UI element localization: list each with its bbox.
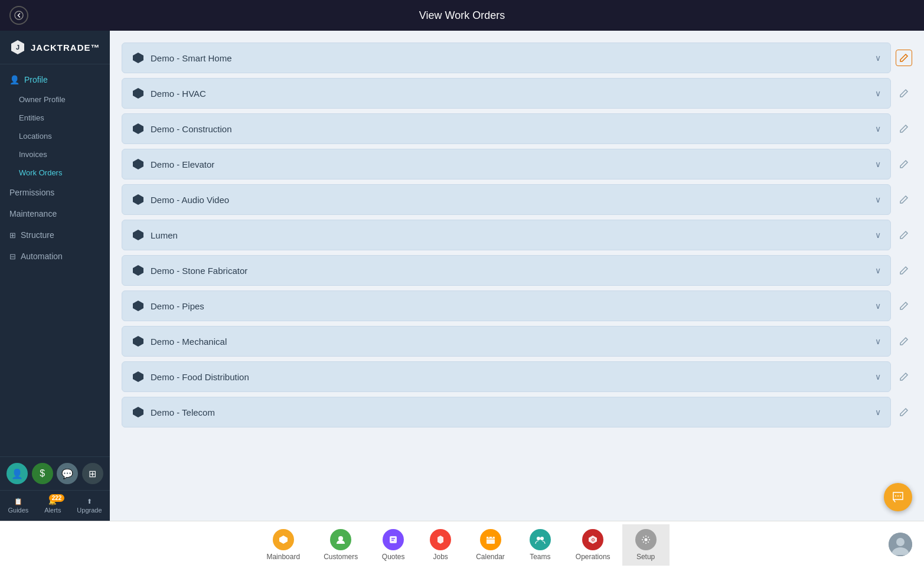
automation-icon: ⊟ xyxy=(9,252,16,261)
edit-button-5[interactable] xyxy=(896,191,912,208)
profile-icon-dollar[interactable]: $ xyxy=(32,463,53,484)
nav-setup[interactable]: Setup xyxy=(622,524,670,566)
work-order-name: Demo - Smart Home xyxy=(151,53,232,63)
sidebar-profile-row: 👤 $ 💬 ⊞ xyxy=(0,456,110,490)
work-order-name: Demo - Stone Fabricator xyxy=(151,266,247,276)
work-order-item-11[interactable]: Demo - Telecom ∨ xyxy=(122,397,891,427)
nav-label: Customers xyxy=(324,553,358,561)
pencil-icon xyxy=(899,124,909,133)
pencil-icon xyxy=(899,372,909,381)
chevron-down-icon: ∨ xyxy=(875,301,881,311)
work-order-item-5[interactable]: Demo - Audio Video ∨ xyxy=(122,184,891,215)
profile-icon-grid[interactable]: ⊞ xyxy=(82,463,103,484)
work-order-name: Demo - HVAC xyxy=(151,89,206,99)
svg-marker-7 xyxy=(133,194,143,205)
sidebar-item-locations[interactable]: Locations xyxy=(0,127,110,145)
content-area: Demo - Smart Home ∨ De xyxy=(110,31,924,521)
chevron-down-icon: ∨ xyxy=(875,407,881,417)
upgrade-button[interactable]: ⬆ Upgrade xyxy=(77,498,102,514)
chevron-down-icon: ∨ xyxy=(875,159,881,169)
table-row: Demo - Construction ∨ xyxy=(122,113,912,144)
sidebar-item-label: Profile xyxy=(24,75,48,84)
work-order-item-8[interactable]: Demo - Pipes ∨ xyxy=(122,290,891,321)
work-order-item-4[interactable]: Demo - Elevator ∨ xyxy=(122,149,891,179)
svg-point-22 xyxy=(540,537,544,540)
edit-button-10[interactable] xyxy=(896,368,912,385)
work-order-item-10[interactable]: Demo - Food Distribution ∨ xyxy=(122,361,891,392)
table-row: Demo - Mechanical ∨ xyxy=(122,326,912,357)
logo-icon: J xyxy=(9,39,26,56)
nav-jobs[interactable]: Jobs xyxy=(417,524,464,566)
edit-button-4[interactable] xyxy=(896,156,912,172)
guides-label: Guides xyxy=(8,507,28,514)
work-order-item-9[interactable]: Demo - Mechanical ∨ xyxy=(122,326,891,357)
nav-teams[interactable]: Teams xyxy=(517,524,564,566)
table-row: Demo - Pipes ∨ xyxy=(122,290,912,321)
user-avatar[interactable] xyxy=(889,533,912,556)
svg-point-15 xyxy=(338,536,343,541)
sidebar-item-structure[interactable]: ⊞ Structure xyxy=(0,224,110,246)
edit-button-6[interactable] xyxy=(896,227,912,243)
sidebar-item-profile[interactable]: 👤 Profile xyxy=(0,69,110,90)
sidebar-item-invoices[interactable]: Invoices xyxy=(0,145,110,164)
svg-point-25 xyxy=(644,538,647,541)
profile-icon-user[interactable]: 👤 xyxy=(6,463,28,484)
work-order-item-6[interactable]: Lumen ∨ xyxy=(122,220,891,250)
logo-text: JACKTRADE™ xyxy=(31,43,100,53)
sidebar-item-automation[interactable]: ⊟ Automation xyxy=(0,246,110,267)
bottom-nav-items: Mainboard Customers Quotes Jobs Calendar xyxy=(254,524,669,566)
hex-icon xyxy=(132,370,145,383)
chevron-down-icon: ∨ xyxy=(875,53,881,63)
nav-quotes[interactable]: Quotes xyxy=(370,524,417,566)
edit-button-9[interactable] xyxy=(896,333,912,350)
work-order-item-3[interactable]: Demo - Construction ∨ xyxy=(122,113,891,144)
pencil-icon xyxy=(899,230,909,240)
sidebar-item-owner-profile[interactable]: Owner Profile xyxy=(0,90,110,109)
edit-button-1[interactable] xyxy=(896,50,912,66)
operations-icon: ⚙ xyxy=(582,529,603,550)
svg-point-21 xyxy=(537,537,540,540)
chevron-down-icon: ∨ xyxy=(875,337,881,346)
quotes-icon xyxy=(383,529,404,550)
nav-customers[interactable]: Customers xyxy=(312,524,370,566)
upgrade-icon: ⬆ xyxy=(87,498,92,505)
fab-chat-button[interactable] xyxy=(884,483,912,511)
back-button[interactable] xyxy=(9,6,28,25)
sidebar-item-entities[interactable]: Entities xyxy=(0,109,110,127)
table-row: Demo - Elevator ∨ xyxy=(122,149,912,179)
nav-calendar[interactable]: Calendar xyxy=(464,524,517,566)
sidebar-item-work-orders[interactable]: Work Orders xyxy=(0,164,110,182)
edit-button-7[interactable] xyxy=(896,262,912,279)
work-order-name: Lumen xyxy=(151,230,178,240)
work-order-name: Demo - Audio Video xyxy=(151,195,229,205)
work-order-item-7[interactable]: Demo - Stone Fabricator ∨ xyxy=(122,255,891,286)
nav-label: Quotes xyxy=(382,553,405,561)
work-order-item-1[interactable]: Demo - Smart Home ∨ xyxy=(122,43,891,73)
work-order-name: Demo - Elevator xyxy=(151,159,214,169)
sidebar-item-permissions[interactable]: Permissions xyxy=(0,182,110,203)
svg-text:J: J xyxy=(16,44,19,51)
edit-button-8[interactable] xyxy=(896,298,912,314)
sidebar-sub-label: Owner Profile xyxy=(19,95,66,104)
edit-button-2[interactable] xyxy=(896,85,912,102)
profile-icon-chat[interactable]: 💬 xyxy=(57,463,78,484)
edit-button-11[interactable] xyxy=(896,404,912,420)
jobs-icon xyxy=(430,529,451,550)
work-order-item-2[interactable]: Demo - HVAC ∨ xyxy=(122,78,891,109)
sidebar-nav: 👤 Profile Owner Profile Entities Locatio… xyxy=(0,64,110,456)
hex-icon xyxy=(132,264,145,277)
sidebar-item-maintenance[interactable]: Maintenance xyxy=(0,203,110,224)
table-row: Demo - Telecom ∨ xyxy=(122,397,912,427)
nav-operations[interactable]: ⚙ Operations xyxy=(564,524,622,566)
header: View Work Orders xyxy=(0,0,924,31)
main-layout: J JACKTRADE™ 👤 Profile Owner Profile Ent… xyxy=(0,31,924,521)
pencil-icon xyxy=(899,195,909,204)
guides-button[interactable]: 📋 Guides xyxy=(8,498,28,514)
alerts-button[interactable]: 🔔 222 Alerts xyxy=(44,498,61,514)
edit-button-3[interactable] xyxy=(896,120,912,137)
sidebar-bottom: 📋 Guides 🔔 222 Alerts ⬆ Upgrade xyxy=(0,490,110,521)
teams-icon xyxy=(530,529,551,550)
nav-label: Setup xyxy=(636,553,655,561)
nav-mainboard[interactable]: Mainboard xyxy=(254,524,312,566)
svg-point-27 xyxy=(896,538,905,546)
